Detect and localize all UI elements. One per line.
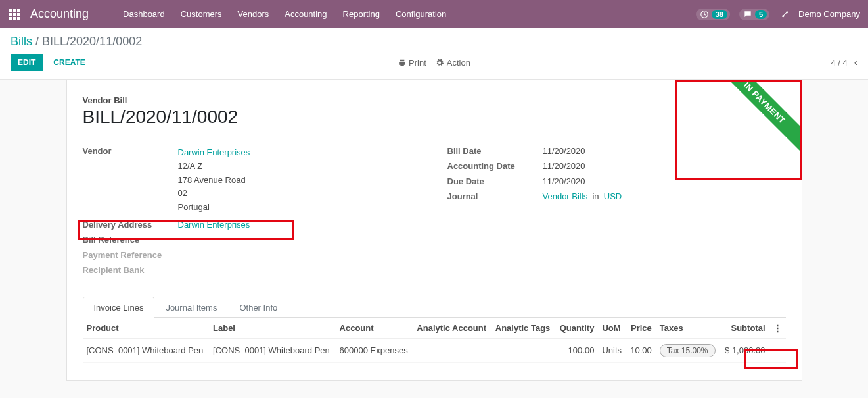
- print-label: Print: [409, 58, 426, 68]
- pay-ref-label: Payment Reference: [83, 250, 178, 260]
- cell-taxes: Tax 15.00%: [656, 338, 720, 362]
- col-quantity[interactable]: Quantity: [555, 318, 599, 339]
- cell-uom: Units: [598, 338, 626, 362]
- vendor-addr-line1: 12/A Z: [178, 161, 203, 171]
- bill-ref-value: [178, 235, 421, 245]
- header-right: 38 5 Demo Company: [696, 9, 860, 20]
- create-button[interactable]: CREATE: [48, 55, 90, 70]
- company-name[interactable]: Demo Company: [798, 9, 860, 19]
- table-row[interactable]: [CONS_0001] Whiteboard Pen [CONS_0001] W…: [83, 338, 786, 362]
- cell-account: 600000 Expenses: [336, 338, 413, 362]
- nav-configuration[interactable]: Configuration: [388, 0, 454, 28]
- pager: 4 / 4 ‹: [831, 57, 857, 68]
- due-date-label: Due Date: [447, 176, 543, 186]
- main-header: Accounting Dashboard Customers Vendors A…: [0, 0, 868, 28]
- vendor-label: Vendor: [83, 146, 178, 214]
- cell-quantity: 100.00: [555, 338, 599, 362]
- bill-date-label: Bill Date: [447, 146, 543, 156]
- tax-badge: Tax 15.00%: [660, 344, 716, 357]
- due-date-value: 11/20/2020: [543, 176, 786, 186]
- delivery-link[interactable]: Darwin Enterprises: [178, 220, 250, 230]
- chat-icon: [743, 10, 752, 19]
- pager-prev-icon[interactable]: ‹: [854, 57, 857, 68]
- cell-price: 10.00: [626, 338, 656, 362]
- messages-count: 5: [755, 10, 767, 19]
- col-analytic-account[interactable]: Analytic Account: [413, 318, 491, 339]
- bill-ref-label: Bill Reference: [83, 235, 178, 245]
- nav-customers[interactable]: Customers: [173, 0, 230, 28]
- cell-label: [CONS_0001] Whiteboard Pen: [209, 338, 336, 362]
- print-icon: [398, 59, 406, 67]
- bill-date-value: 11/20/2020: [543, 146, 786, 156]
- tabs: Invoice Lines Journal Items Other Info: [83, 296, 786, 318]
- activity-indicator[interactable]: 38: [696, 9, 730, 20]
- nav-menu: Dashboard Customers Vendors Accounting R…: [115, 0, 454, 28]
- tab-invoice-lines[interactable]: Invoice Lines: [83, 297, 155, 318]
- delivery-label: Delivery Address: [83, 220, 178, 230]
- cell-subtotal: $ 1,000.00: [720, 338, 769, 362]
- breadcrumb-root[interactable]: Bills: [11, 35, 32, 48]
- col-account[interactable]: Account: [336, 318, 413, 339]
- col-options-icon[interactable]: ⋮: [769, 318, 786, 339]
- acct-date-value: 11/20/2020: [543, 161, 786, 171]
- app-brand[interactable]: Accounting: [30, 7, 89, 21]
- col-analytic-tags[interactable]: Analytic Tags: [491, 318, 555, 339]
- journal-in: in: [592, 191, 599, 201]
- acct-date-label: Accounting Date: [447, 161, 543, 171]
- tab-other-info[interactable]: Other Info: [228, 297, 288, 318]
- breadcrumb-bar: Bills / BILL/2020/11/0002: [0, 28, 868, 50]
- clock-icon: [700, 10, 709, 19]
- breadcrumb-sep: /: [35, 35, 42, 48]
- doc-title: BILL/2020/11/0002: [83, 107, 786, 128]
- apps-icon[interactable]: [5, 5, 24, 24]
- breadcrumb: Bills / BILL/2020/11/0002: [11, 35, 857, 49]
- vendor-addr-line3: 02: [178, 188, 187, 198]
- gear-icon: [436, 59, 444, 67]
- nav-dashboard[interactable]: Dashboard: [115, 0, 173, 28]
- action-center: Print Action: [398, 58, 470, 68]
- action-bar: EDIT CREATE Print Action 4 / 4 ‹: [0, 50, 868, 80]
- col-label[interactable]: Label: [209, 318, 336, 339]
- col-product[interactable]: Product: [83, 318, 210, 339]
- print-button[interactable]: Print: [398, 58, 426, 68]
- nav-accounting[interactable]: Accounting: [277, 0, 334, 28]
- nav-vendors[interactable]: Vendors: [230, 0, 277, 28]
- action-label: Action: [447, 58, 470, 68]
- action-button[interactable]: Action: [436, 58, 470, 68]
- pay-ref-value: [178, 250, 421, 260]
- form-sheet: IN PAYMENT Vendor Bill BILL/2020/11/0002…: [66, 80, 802, 381]
- doc-type-label: Vendor Bill: [83, 95, 786, 105]
- vendor-addr-line4: Portugal: [178, 202, 210, 212]
- col-subtotal[interactable]: Subtotal: [720, 318, 769, 339]
- activity-count: 38: [712, 10, 727, 19]
- cell-analytic-account: [413, 338, 491, 362]
- journal-link[interactable]: Vendor Bills: [543, 191, 588, 201]
- recipient-bank-label: Recipient Bank: [83, 265, 178, 275]
- col-uom[interactable]: UoM: [598, 318, 626, 339]
- nav-reporting[interactable]: Reporting: [335, 0, 388, 28]
- invoice-lines-table: Product Label Account Analytic Account A…: [83, 318, 786, 363]
- cell-product: [CONS_0001] Whiteboard Pen: [83, 338, 210, 362]
- vendor-link[interactable]: Darwin Enterprises: [178, 147, 250, 157]
- debug-icon[interactable]: [779, 9, 789, 20]
- pager-position: 4 / 4: [831, 58, 847, 68]
- row-kebab-icon[interactable]: [769, 338, 786, 362]
- col-price[interactable]: Price: [626, 318, 656, 339]
- col-taxes[interactable]: Taxes: [656, 318, 720, 339]
- tab-journal-items[interactable]: Journal Items: [154, 297, 228, 318]
- currency-link[interactable]: USD: [604, 191, 622, 201]
- journal-label: Journal: [447, 191, 543, 201]
- breadcrumb-current: BILL/2020/11/0002: [42, 35, 142, 48]
- vendor-addr-line2: 178 Avenue Road: [178, 175, 246, 185]
- messages-indicator[interactable]: 5: [739, 9, 769, 20]
- cell-analytic-tags: [491, 338, 555, 362]
- edit-button[interactable]: EDIT: [11, 54, 43, 71]
- recipient-bank-value: [178, 265, 421, 275]
